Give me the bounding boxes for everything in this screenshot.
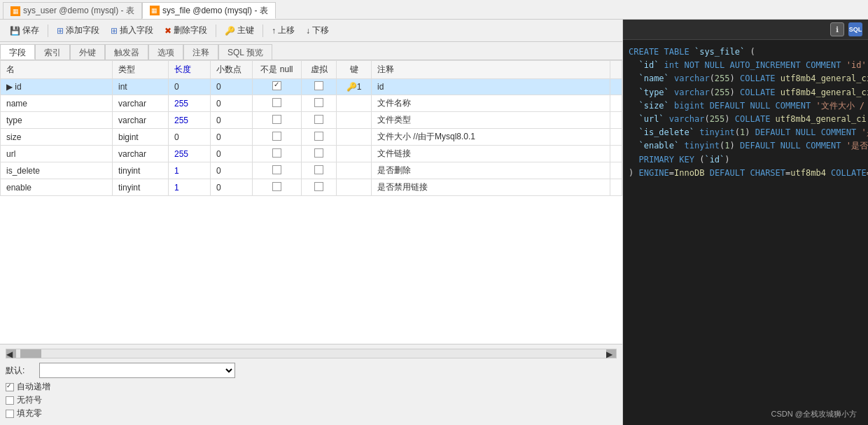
field-comment[interactable]: 是否禁用链接 bbox=[372, 179, 610, 196]
primary-key-button[interactable]: 🔑 主键 bbox=[220, 23, 258, 38]
virtual-checkbox[interactable] bbox=[314, 115, 323, 124]
notnull-checkbox[interactable] bbox=[272, 182, 281, 191]
notnull-checkbox[interactable] bbox=[272, 81, 281, 90]
field-comment[interactable]: 文件名称 bbox=[372, 95, 610, 112]
field-comment[interactable]: 文件链接 bbox=[372, 146, 610, 162]
field-decimal[interactable]: 0 bbox=[211, 112, 253, 129]
field-name[interactable]: type bbox=[1, 112, 113, 129]
field-name[interactable]: ▶ id bbox=[1, 79, 113, 95]
default-select[interactable] bbox=[39, 363, 235, 378]
field-virtual[interactable] bbox=[302, 179, 337, 196]
field-comment[interactable]: 文件大小 //由于Mysql8.0.1 bbox=[372, 129, 610, 146]
sub-tab-options[interactable]: 选项 bbox=[148, 44, 183, 60]
info-icon[interactable]: ℹ bbox=[830, 22, 844, 36]
virtual-checkbox[interactable] bbox=[314, 132, 323, 141]
field-decimal[interactable]: 0 bbox=[211, 146, 253, 162]
notnull-checkbox[interactable] bbox=[272, 98, 281, 107]
field-key[interactable] bbox=[337, 112, 372, 129]
move-up-button[interactable]: ↑ 上移 bbox=[267, 23, 299, 38]
notnull-checkbox[interactable] bbox=[272, 132, 281, 141]
notnull-checkbox[interactable] bbox=[272, 148, 281, 158]
field-key[interactable]: 🔑1 bbox=[337, 79, 372, 95]
table-row[interactable]: enable tinyint 1 0 是否禁用链接 bbox=[1, 179, 622, 196]
notnull-checkbox[interactable] bbox=[272, 115, 281, 124]
sub-tab-comments[interactable]: 注释 bbox=[183, 44, 218, 60]
field-comment[interactable]: 是否删除 bbox=[372, 162, 610, 179]
notnull-checkbox[interactable] bbox=[272, 165, 281, 174]
field-decimal[interactable]: 0 bbox=[211, 129, 253, 146]
fill-zero-checkbox[interactable] bbox=[6, 410, 14, 418]
table-row[interactable]: type varchar 255 0 文件类型 bbox=[1, 112, 622, 129]
scrollbar-right-btn[interactable]: ▶ bbox=[606, 349, 616, 358]
field-name[interactable]: url bbox=[1, 146, 113, 162]
virtual-checkbox[interactable] bbox=[314, 165, 323, 174]
field-decimal[interactable]: 0 bbox=[211, 162, 253, 179]
field-comment[interactable]: id bbox=[372, 79, 610, 95]
tab-sys-file[interactable]: ▦ sys_file @demo (mysql) - 表 bbox=[142, 2, 276, 19]
auto-increment-checkbox[interactable] bbox=[6, 383, 14, 391]
field-virtual[interactable] bbox=[302, 146, 337, 162]
field-key[interactable] bbox=[337, 179, 372, 196]
field-notnull[interactable] bbox=[253, 162, 302, 179]
sub-tab-fk[interactable]: 外键 bbox=[70, 44, 105, 60]
table-row[interactable]: size bigint 0 0 文件大小 //由于Mysql8.0.1 bbox=[1, 129, 622, 146]
field-key[interactable] bbox=[337, 146, 372, 162]
table-row[interactable]: url varchar 255 0 文件链接 bbox=[1, 146, 622, 162]
tab-sys-user[interactable]: ▦ sys_user @demo (mysql) - 表 bbox=[3, 2, 142, 19]
field-type[interactable]: int bbox=[113, 79, 169, 95]
sql-editor[interactable]: CREATE TABLE `sys_file` ( `id` int NOT N… bbox=[623, 40, 868, 425]
field-virtual[interactable] bbox=[302, 112, 337, 129]
field-virtual[interactable] bbox=[302, 95, 337, 112]
insert-field-button[interactable]: ⊞ 插入字段 bbox=[106, 23, 158, 38]
sub-tab-index[interactable]: 索引 bbox=[35, 44, 70, 60]
save-button[interactable]: 💾 保存 bbox=[6, 23, 43, 38]
field-decimal[interactable]: 0 bbox=[211, 179, 253, 196]
virtual-checkbox[interactable] bbox=[314, 81, 323, 90]
field-name[interactable]: is_delete bbox=[1, 162, 113, 179]
field-type[interactable]: tinyint bbox=[113, 162, 169, 179]
sub-tab-triggers[interactable]: 触发器 bbox=[105, 44, 148, 60]
field-length[interactable]: 0 bbox=[169, 79, 211, 95]
field-notnull[interactable] bbox=[253, 179, 302, 196]
field-key[interactable] bbox=[337, 129, 372, 146]
field-notnull[interactable] bbox=[253, 95, 302, 112]
scrollbar-left-btn[interactable]: ◀ bbox=[6, 349, 16, 358]
field-decimal[interactable]: 0 bbox=[211, 95, 253, 112]
field-virtual[interactable] bbox=[302, 162, 337, 179]
field-decimal[interactable]: 0 bbox=[211, 79, 253, 95]
field-name[interactable]: name bbox=[1, 95, 113, 112]
virtual-checkbox[interactable] bbox=[314, 98, 323, 107]
virtual-checkbox[interactable] bbox=[314, 182, 323, 191]
field-type[interactable]: varchar bbox=[113, 146, 169, 162]
field-length[interactable]: 1 bbox=[169, 179, 211, 196]
field-length[interactable]: 1 bbox=[169, 162, 211, 179]
sql-icon[interactable]: SQL bbox=[848, 22, 862, 36]
field-type[interactable]: varchar bbox=[113, 95, 169, 112]
field-name[interactable]: enable bbox=[1, 179, 113, 196]
field-length[interactable]: 0 bbox=[169, 129, 211, 146]
move-down-button[interactable]: ↓ 下移 bbox=[302, 23, 333, 38]
field-type[interactable]: varchar bbox=[113, 112, 169, 129]
field-key[interactable] bbox=[337, 162, 372, 179]
table-row[interactable]: name varchar 255 0 文件名称 bbox=[1, 95, 622, 112]
delete-field-button[interactable]: ✖ 删除字段 bbox=[160, 23, 211, 38]
table-row[interactable]: ▶ id int 0 0 🔑1 id bbox=[1, 79, 622, 95]
field-notnull[interactable] bbox=[253, 146, 302, 162]
field-length[interactable]: 255 bbox=[169, 95, 211, 112]
field-name[interactable]: size bbox=[1, 129, 113, 146]
field-type[interactable]: bigint bbox=[113, 129, 169, 146]
field-virtual[interactable] bbox=[302, 129, 337, 146]
sub-tab-fields[interactable]: 字段 bbox=[0, 44, 35, 60]
table-row[interactable]: is_delete tinyint 1 0 是否删除 bbox=[1, 162, 622, 179]
field-key[interactable] bbox=[337, 95, 372, 112]
field-type[interactable]: tinyint bbox=[113, 179, 169, 196]
field-comment[interactable]: 文件类型 bbox=[372, 112, 610, 129]
horizontal-scrollbar[interactable]: ▶ ◀ bbox=[6, 349, 617, 358]
field-virtual[interactable] bbox=[302, 79, 337, 95]
sub-tab-sql-preview[interactable]: SQL 预览 bbox=[218, 44, 272, 60]
field-notnull[interactable] bbox=[253, 112, 302, 129]
field-length[interactable]: 255 bbox=[169, 112, 211, 129]
field-notnull[interactable] bbox=[253, 129, 302, 146]
add-field-button[interactable]: ⊞ 添加字段 bbox=[52, 23, 104, 38]
field-length[interactable]: 255 bbox=[169, 146, 211, 162]
